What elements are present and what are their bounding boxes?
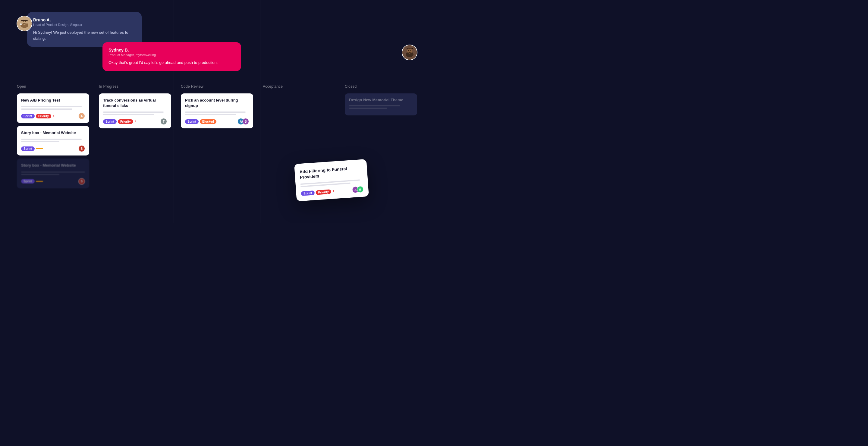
tag-sprint: Sprint xyxy=(301,190,315,196)
card-line xyxy=(103,112,164,113)
card-avatar: S xyxy=(79,145,85,152)
card-memorial-theme[interactable]: Design New Memorial Theme xyxy=(345,93,417,116)
avatar-sydney xyxy=(402,44,417,60)
card-ab-pricing-title: New A/B Pricing Test xyxy=(21,98,85,103)
floating-avatar-2: B xyxy=(357,186,364,193)
floating-card-title: Add Filtering to Funeral Providers xyxy=(299,164,363,180)
tag-sprint: Sprint xyxy=(21,114,35,119)
tag-orange xyxy=(36,148,43,149)
card-avatar-2: B xyxy=(242,118,249,125)
sydney-name: Sydney B. xyxy=(108,47,235,53)
tag-sprint: Sprint xyxy=(103,119,117,124)
avatar-bruno xyxy=(17,16,32,31)
card-footer: Sprint S xyxy=(21,178,85,185)
tag-sprint: Sprint xyxy=(21,147,35,151)
card-track-conversions-lines xyxy=(103,112,167,115)
floating-card-tags: Sprint Priority 1 xyxy=(301,189,336,196)
sydney-role: Product Manager, myfarewelling xyxy=(108,53,235,57)
card-avatars: A B xyxy=(238,118,249,125)
card-line xyxy=(185,112,246,113)
sydney-message: Okay that's great I'd say let's go ahead… xyxy=(108,60,235,66)
card-story-box-title: Story box - Memorial Website xyxy=(21,130,85,136)
card-memorial-theme-lines xyxy=(349,105,413,109)
card-line xyxy=(21,171,85,173)
col-acceptance: Acceptance xyxy=(258,84,340,223)
tag-priority: Priority xyxy=(118,119,133,124)
floating-card[interactable]: Add Filtering to Funeral Providers Sprin… xyxy=(294,159,369,201)
svg-point-9 xyxy=(407,49,412,54)
tags: Sprint xyxy=(21,179,43,184)
col-closed-header: Closed xyxy=(345,84,417,89)
card-line xyxy=(349,105,400,106)
card-story-box[interactable]: Story box - Memorial Website Sprint S xyxy=(17,126,89,156)
col-code-review: Code Review Pick an account level during… xyxy=(176,84,258,223)
card-story-box-tags: Sprint xyxy=(21,147,43,151)
card-story-box-blurred: Story box - Memorial Website Sprint S xyxy=(17,159,89,188)
kanban-board: Open New A/B Pricing Test Sprint Priorit… xyxy=(0,84,434,223)
col-open: Open New A/B Pricing Test Sprint Priorit… xyxy=(12,84,94,223)
priority-badge: 1 xyxy=(133,119,138,124)
card-track-conversions-title: Track conversions as virtual funeral cli… xyxy=(103,98,167,108)
card-avatar: S xyxy=(79,178,85,185)
card-ab-pricing-lines xyxy=(21,106,85,110)
tag-blocked: Blocked xyxy=(200,119,216,124)
svg-point-10 xyxy=(408,50,409,51)
bruno-role: Head of Product Design, Singular xyxy=(33,23,135,27)
tag-sprint: Sprint xyxy=(21,179,35,184)
floating-card-lines xyxy=(301,179,363,187)
tag-orange xyxy=(36,181,43,182)
card-track-conversions-tags: Sprint Priority 1 xyxy=(103,119,138,124)
card-story-box-lines xyxy=(21,139,85,142)
svg-rect-6 xyxy=(21,24,22,25)
card-line xyxy=(103,114,154,115)
card-line xyxy=(21,106,82,107)
card-line xyxy=(185,114,236,115)
card-account-level-tags: Sprint Blocked xyxy=(185,119,216,124)
card-ab-pricing[interactable]: New A/B Pricing Test Sprint Priority 1 A xyxy=(17,93,89,123)
tag-priority: Priority xyxy=(315,189,331,195)
card-avatar: T xyxy=(160,118,167,125)
col-open-header: Open xyxy=(17,84,89,89)
tag-priority: Priority xyxy=(36,114,51,119)
card-track-conversions-footer: Sprint Priority 1 T xyxy=(103,118,167,125)
priority-badge: 1 xyxy=(331,189,336,194)
card-avatar: A xyxy=(79,113,85,119)
svg-point-11 xyxy=(410,50,411,51)
bruno-message: Hi Sydney! We just deployed the new set … xyxy=(33,30,135,41)
card-account-level[interactable]: Pick an account level during signup Spri… xyxy=(181,93,253,128)
card-story-box-footer: Sprint S xyxy=(21,145,85,152)
card-account-level-footer: Sprint Blocked A B xyxy=(185,118,249,125)
floating-card-footer: Sprint Priority 1 A B xyxy=(301,186,364,197)
card-line xyxy=(21,141,59,142)
avatar-sydney-face xyxy=(402,45,417,60)
priority-badge: 1 xyxy=(51,114,56,119)
card-account-level-lines xyxy=(185,112,249,115)
bruno-name: Bruno A. xyxy=(33,18,135,22)
card-line xyxy=(21,174,59,175)
card-ab-pricing-footer: Sprint Priority 1 A xyxy=(21,113,85,119)
card-line xyxy=(21,139,82,140)
card-account-level-title: Pick an account level during signup xyxy=(185,98,249,108)
bubble-bruno: Bruno A. Head of Product Design, Singula… xyxy=(27,12,142,47)
card-track-conversions[interactable]: Track conversions as virtual funeral cli… xyxy=(99,93,171,128)
avatar-bruno-face xyxy=(17,16,32,31)
floating-card-avatars: A B xyxy=(352,186,364,193)
tag-sprint: Sprint xyxy=(185,119,198,124)
col-acceptance-header: Acceptance xyxy=(263,84,335,89)
col-closed: Closed Design New Memorial Theme xyxy=(340,84,422,223)
card-line xyxy=(21,108,72,110)
card-line xyxy=(349,107,387,109)
card-story-box-blurred-title: Story box - Memorial Website xyxy=(21,163,85,168)
svg-point-3 xyxy=(23,22,24,22)
svg-point-4 xyxy=(25,22,26,22)
col-in-progress: In Progress Track conversions as virtual… xyxy=(94,84,176,223)
col-in-progress-header: In Progress xyxy=(99,84,171,89)
card-memorial-theme-title: Design New Memorial Theme xyxy=(349,98,413,102)
bubble-sydney: Sydney B. Product Manager, myfarewelling… xyxy=(102,42,241,71)
col-code-review-header: Code Review xyxy=(181,84,253,89)
card-ab-pricing-tags: Sprint Priority 1 xyxy=(21,114,56,119)
card-lines xyxy=(21,171,85,175)
